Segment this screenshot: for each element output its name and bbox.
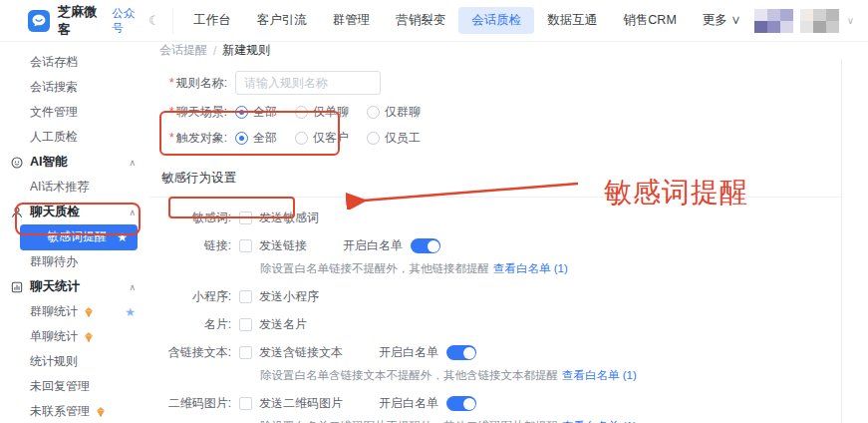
nav-item[interactable]: 工作台 xyxy=(180,7,244,34)
sidebar-item-label: 未回复管理 xyxy=(30,378,90,395)
behavior-label: 二维码图片: xyxy=(149,395,231,412)
radio-option-label: 全部 xyxy=(253,104,277,121)
behavior-label: 链接: xyxy=(149,237,231,254)
sidebar-item-active[interactable]: 敏感词提醒★ xyxy=(0,224,149,249)
gem-icon xyxy=(83,331,95,343)
behavior-row: 名片:发送名片 xyxy=(149,316,841,333)
nav-item[interactable]: 客户引流 xyxy=(244,7,320,34)
radio-option[interactable]: 仅单聊 xyxy=(295,104,349,121)
whitelist-toggle[interactable] xyxy=(446,345,476,360)
radio-option[interactable]: 仅群聊 xyxy=(367,104,421,121)
nav-item[interactable]: 会话质检 xyxy=(458,7,534,34)
whitelist-note: 除设置白名单链接不提醒外，其他链接都提醒查看白名单 (1) xyxy=(260,261,841,276)
sidebar-item[interactable]: 聊天质检∧ xyxy=(0,200,149,224)
sidebar-item-label: 人工质检 xyxy=(30,129,78,146)
main-area: 会话提醒 / 新建规则 *规则名称: *聊天场景:全部仅单聊仅群聊*触发对象:全… xyxy=(149,42,868,423)
sidebar-item-label: 会话存档 xyxy=(30,54,78,71)
radio-selected-icon[interactable] xyxy=(235,106,248,119)
sidebar-item[interactable]: 群聊待办 xyxy=(0,249,149,274)
nav-item[interactable]: 营销裂变 xyxy=(383,7,458,34)
gem-icon xyxy=(83,306,95,318)
header-divider xyxy=(172,8,173,34)
sidebar-item[interactable]: 聊天统计∧ xyxy=(0,274,149,299)
rule-name-row: *规则名称: xyxy=(149,71,841,95)
sidebar-item[interactable]: 未回复管理 xyxy=(0,374,149,399)
collapse-caret-icon[interactable]: ∧ xyxy=(129,208,136,217)
sidebar: 会话存档会话搜索文件管理人工质检AI智能∧AI话术推荐聊天质检∧敏感词提醒★群聊… xyxy=(0,42,149,423)
radio-option[interactable]: 全部 xyxy=(235,104,277,121)
checkbox-label[interactable]: 发送链接 xyxy=(259,237,307,254)
sidebar-item[interactable]: 未联系管理 xyxy=(0,399,149,423)
checkbox[interactable] xyxy=(239,318,252,331)
top-nav: 工作台客户引流群管理营销裂变会话质检数据互通销售CRM更多 ∨ xyxy=(180,7,753,34)
note-text: 除设置白名单含链接文本不提醒外，其他含链接文本都提醒 xyxy=(260,369,558,381)
checkbox[interactable] xyxy=(239,397,252,410)
checkbox[interactable] xyxy=(239,239,252,252)
radio-option-label: 仅客户 xyxy=(313,130,349,147)
checkbox[interactable] xyxy=(239,290,252,303)
sidebar-item[interactable]: 会话存档 xyxy=(0,50,149,75)
checkbox[interactable] xyxy=(239,212,252,224)
brand-name: 芝麻微客 xyxy=(58,3,98,39)
active-pill[interactable]: 敏感词提醒★ xyxy=(20,224,138,250)
nav-item[interactable]: 群管理 xyxy=(320,7,384,34)
star-icon[interactable]: ★ xyxy=(125,305,136,319)
behavior-label: 含链接文本: xyxy=(149,344,231,361)
redacted-account-blocks xyxy=(754,9,839,33)
radio-option[interactable]: 全部 xyxy=(235,130,277,147)
sidebar-item[interactable]: 群聊统计★ xyxy=(0,299,149,324)
top-bar: 芝麻微客 公众号 ☾ 工作台客户引流群管理营销裂变会话质检数据互通销售CRM更多… xyxy=(0,0,868,42)
breadcrumb-current: 新建规则 xyxy=(222,42,270,59)
radio-selected-icon[interactable] xyxy=(235,132,248,145)
rule-name-label: *规则名称: xyxy=(149,75,227,92)
sidebar-item[interactable]: 会话搜索 xyxy=(0,75,149,100)
radio-option-label: 全部 xyxy=(253,130,277,147)
sidebar-item[interactable]: 文件管理 xyxy=(0,100,149,125)
checkbox-label[interactable]: 发送小程序 xyxy=(259,288,319,305)
checkbox-label[interactable]: 发送含链接文本 xyxy=(259,344,343,361)
sidebar-item[interactable]: 统计规则 xyxy=(0,349,149,374)
moon-icon[interactable]: ☾ xyxy=(148,13,160,28)
radio-icon[interactable] xyxy=(295,132,308,145)
checkbox-label[interactable]: 发送二维码图片 xyxy=(259,395,343,412)
radio-icon[interactable] xyxy=(367,106,380,119)
behavior-label: 敏感词: xyxy=(149,210,231,226)
checkbox-label[interactable]: 发送名片 xyxy=(259,316,307,333)
behavior-row: 二维码图片:发送二维码图片开启白名单 xyxy=(149,395,841,412)
required-mark: * xyxy=(169,76,174,90)
nav-item[interactable]: 销售CRM xyxy=(610,7,689,34)
rule-name-input[interactable] xyxy=(235,71,381,95)
sidebar-item[interactable]: 人工质检 xyxy=(0,125,149,150)
sidebar-item-label: 未联系管理 xyxy=(30,403,90,420)
nav-item[interactable]: 更多 ∨ xyxy=(690,7,754,34)
sidebar-item[interactable]: AI话术推荐 xyxy=(0,175,149,200)
view-whitelist-link[interactable]: 查看白名单 (1) xyxy=(493,262,568,274)
radio-rows: *聊天场景:全部仅单聊仅群聊*触发对象:全部仅客户仅员工 xyxy=(149,104,841,156)
star-icon[interactable]: ★ xyxy=(117,230,128,244)
radio-option[interactable]: 仅员工 xyxy=(367,130,421,147)
view-whitelist-link[interactable]: 查看白名单 (1) xyxy=(562,369,637,381)
radio-icon[interactable] xyxy=(367,132,380,145)
sidebar-item-label: 会话搜索 xyxy=(30,79,78,96)
sidebar-item-label: 聊天统计 xyxy=(30,278,80,295)
whitelist-toggle[interactable] xyxy=(411,238,440,253)
sidebar-item[interactable]: AI智能∧ xyxy=(0,150,149,175)
collapse-caret-icon[interactable]: ∧ xyxy=(129,282,136,292)
whitelist-note: 除设置白名单二维码图片不提醒外，其他二维码图片都提醒查看白名单 (1) xyxy=(260,419,841,423)
official-account-badge[interactable]: 公众号 xyxy=(112,6,139,36)
radio-icon[interactable] xyxy=(295,106,308,119)
page: { "header": { "brand": "芝麻微客", "badge": … xyxy=(0,0,868,423)
collapse-caret-icon[interactable]: ∧ xyxy=(129,158,136,168)
whitelist-toggle[interactable] xyxy=(446,396,476,411)
radio-option[interactable]: 仅客户 xyxy=(295,130,349,147)
field-label: *聊天场景: xyxy=(149,104,227,121)
breadcrumb-parent[interactable]: 会话提醒 xyxy=(159,42,207,59)
checkbox[interactable] xyxy=(239,346,252,359)
account-caret-icon[interactable]: ∨ xyxy=(847,15,854,26)
checkbox-label[interactable]: 发送敏感词 xyxy=(259,210,319,226)
nav-item[interactable]: 数据互通 xyxy=(534,7,610,34)
radio-form-row: *聊天场景:全部仅单聊仅群聊 xyxy=(149,104,841,121)
sidebar-item[interactable]: 单聊统计 xyxy=(0,324,149,349)
whitelist-label: 开启白名单 xyxy=(379,344,438,361)
qc-icon xyxy=(10,206,24,219)
